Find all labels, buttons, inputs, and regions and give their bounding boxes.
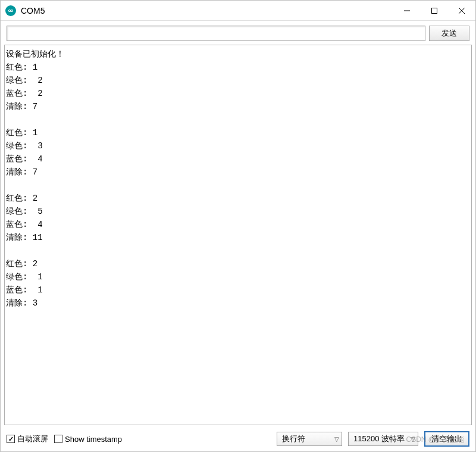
command-input[interactable] xyxy=(7,26,425,41)
baud-rate-value: 115200 波特率 xyxy=(353,434,405,444)
svg-rect-1 xyxy=(432,8,437,13)
window-controls xyxy=(393,1,475,20)
close-button[interactable] xyxy=(448,1,475,20)
timestamp-label: Show timestamp xyxy=(65,435,122,444)
chevron-down-icon: ▽ xyxy=(334,436,339,442)
minimize-button[interactable] xyxy=(393,1,421,20)
line-ending-value: 换行符 xyxy=(282,434,305,444)
line-ending-select[interactable]: 换行符 ▽ xyxy=(277,432,342,446)
bottom-bar: 自动滚屏 Show timestamp 换行符 ▽ 115200 波特率 ▽ 清… xyxy=(1,429,475,451)
checkbox-icon xyxy=(54,435,62,443)
baud-rate-select[interactable]: 115200 波特率 ▽ xyxy=(348,432,418,446)
send-toolbar: 发送 xyxy=(1,21,475,45)
autoscroll-label: 自动滚屏 xyxy=(17,434,48,444)
chevron-down-icon: ▽ xyxy=(411,436,415,442)
maximize-button[interactable] xyxy=(421,1,448,20)
serial-monitor-window: COM5 发送 设备已初始化！ 红色: 1 绿色: 2 蓝色: 2 清除: 7 … xyxy=(0,0,476,452)
autoscroll-checkbox[interactable]: 自动滚屏 xyxy=(7,434,48,444)
titlebar: COM5 xyxy=(1,1,475,21)
clear-output-button[interactable]: 清空输出 xyxy=(424,431,469,447)
window-title: COM5 xyxy=(21,6,45,15)
send-button[interactable]: 发送 xyxy=(429,26,469,41)
arduino-icon xyxy=(5,5,16,16)
timestamp-checkbox[interactable]: Show timestamp xyxy=(54,435,122,444)
checkbox-icon xyxy=(7,435,15,443)
serial-output: 设备已初始化！ 红色: 1 绿色: 2 蓝色: 2 清除: 7 红色: 1 绿色… xyxy=(4,45,472,425)
